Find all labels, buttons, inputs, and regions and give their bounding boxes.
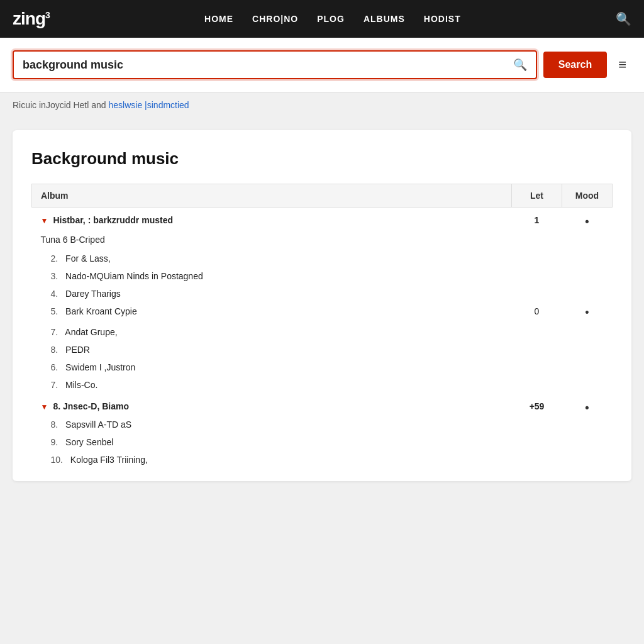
group-subtitle: Tuna 6 B-Criped (32, 230, 613, 250)
nav-links: HOME CHRO|NO PLOG ALBUMS HODIST (69, 14, 597, 24)
item-title: 5. Bark Kroant Cypie (32, 303, 512, 323)
search-bar-wrapper: 🔍 Search ≡ (13, 50, 631, 79)
table-row: 10. Kologa Fil3 Triining, (32, 451, 613, 469)
item-mood: • (562, 303, 613, 323)
item-title: 3. Nado-MQUiam Ninds in Postagned (32, 267, 512, 285)
item-mood (562, 451, 613, 469)
results-card: Background music Album Let Mood ▼ Histba… (13, 130, 631, 481)
search-button[interactable]: Search (543, 52, 607, 78)
item-mood (562, 433, 613, 451)
table-row-subtitle: Tuna 6 B-Criped (32, 230, 613, 250)
group-let: 1 (512, 208, 562, 230)
search-input-container: 🔍 (13, 50, 537, 79)
item-mood (562, 358, 613, 376)
item-label: Andat Grupe, (65, 327, 117, 337)
breadcrumb-static: Ricuic inJoycid Hetl and (13, 100, 109, 110)
item-num: 8. (51, 419, 58, 430)
search-section: 🔍 Search ≡ (0, 38, 644, 92)
item-mood (562, 250, 613, 267)
group-title: Histbar, : barkzruddr musted (53, 215, 173, 225)
item-num: 6. (51, 362, 58, 372)
table-row: ▼ 8. Jnsec-D, Biamo +59 • (32, 394, 613, 416)
item-title: 8. Sapsvill A-TD aS (32, 416, 512, 433)
table-row: 4. Darey Tharigs (32, 285, 613, 303)
item-mood (562, 416, 613, 433)
item-let: 0 (512, 303, 562, 323)
item-let (512, 323, 562, 341)
navbar: zing3 HOME CHRO|NO PLOG ALBUMS HODIST 🔍 (0, 0, 644, 38)
results-table: Album Let Mood ▼ Histbar, : barkzruddr m… (31, 184, 613, 469)
table-row: 6. Swidem I ,Justron (32, 358, 613, 376)
item-label: Mils-Co. (65, 380, 97, 390)
item-label: Kologa Fil3 Triining, (70, 455, 148, 465)
search-input[interactable] (23, 58, 513, 72)
main-content: Background music Album Let Mood ▼ Histba… (0, 118, 644, 494)
item-let (512, 433, 562, 451)
col-header-let: Let (512, 184, 562, 208)
item-title: 9. Sory Senbel (32, 433, 512, 451)
item-num: 10. (51, 455, 63, 465)
item-mood (562, 376, 613, 394)
item-num: 5. (51, 306, 58, 316)
nav-albums[interactable]: ALBUMS (364, 14, 405, 24)
expand-icon[interactable]: ▼ (41, 402, 48, 411)
item-mood (562, 323, 613, 341)
nav-hodist[interactable]: HODIST (424, 14, 461, 24)
group-let: +59 (512, 394, 562, 416)
table-row: 5. Bark Kroant Cypie 0 • (32, 303, 613, 323)
item-num: 2. (51, 253, 58, 264)
group-title: 8. Jnsec-D, Biamo (53, 401, 129, 411)
item-title: 7. Andat Grupe, (32, 323, 512, 341)
item-num: 3. (51, 271, 58, 281)
hamburger-menu-icon[interactable]: ≡ (613, 52, 631, 78)
col-header-album: Album (32, 184, 512, 208)
nav-search-icon[interactable]: 🔍 (616, 11, 631, 26)
item-label: Swidem I ,Justron (65, 362, 135, 372)
item-let (512, 341, 562, 358)
table-row: 8. PEDR (32, 341, 613, 358)
item-mood (562, 285, 613, 303)
item-mood (562, 267, 613, 285)
item-label: PEDR (65, 345, 90, 355)
item-mood (562, 341, 613, 358)
item-label: Bark Kroant Cypie (65, 306, 137, 316)
search-magnifier-icon: 🔍 (513, 58, 527, 72)
item-title: 7. Mils-Co. (32, 376, 512, 394)
item-label: Sapsvill A-TD aS (65, 419, 131, 430)
expand-icon[interactable]: ▼ (41, 216, 48, 225)
item-label: Sory Senbel (65, 437, 113, 447)
item-let (512, 451, 562, 469)
item-let (512, 250, 562, 267)
table-row: 8. Sapsvill A-TD aS (32, 416, 613, 433)
item-num: 4. (51, 289, 58, 299)
item-label: For & Lass, (65, 253, 111, 264)
table-header-row: Album Let Mood (32, 184, 613, 208)
table-row: 7. Mils-Co. (32, 376, 613, 394)
table-row: ▼ Histbar, : barkzruddr musted 1 • (32, 208, 613, 230)
nav-chrono[interactable]: CHRO|NO (252, 14, 298, 24)
results-title: Background music (31, 149, 613, 169)
item-num: 7. (51, 327, 58, 337)
item-label: Darey Tharigs (65, 289, 121, 299)
item-num: 8. (51, 345, 58, 355)
item-title: 6. Swidem I ,Justron (32, 358, 512, 376)
item-let (512, 376, 562, 394)
table-row: 3. Nado-MQUiam Ninds in Postagned (32, 267, 613, 285)
item-let (512, 267, 562, 285)
col-header-mood: Mood (562, 184, 613, 208)
breadcrumb-link[interactable]: heslwsie |sindmctied (109, 100, 189, 110)
item-let (512, 416, 562, 433)
breadcrumb: Ricuic inJoycid Hetl and heslwsie |sindm… (0, 92, 644, 118)
logo[interactable]: zing3 (13, 9, 50, 29)
table-row: 7. Andat Grupe, (32, 323, 613, 341)
item-title: 4. Darey Tharigs (32, 285, 512, 303)
nav-home[interactable]: HOME (204, 14, 233, 24)
table-row: 2. For & Lass, (32, 250, 613, 267)
item-title: 2. For & Lass, (32, 250, 512, 267)
group-mood: • (562, 394, 613, 416)
table-row: 9. Sory Senbel (32, 433, 613, 451)
nav-plog[interactable]: PLOG (317, 14, 345, 24)
item-title: 8. PEDR (32, 341, 512, 358)
item-let (512, 285, 562, 303)
group-mood: • (562, 208, 613, 230)
